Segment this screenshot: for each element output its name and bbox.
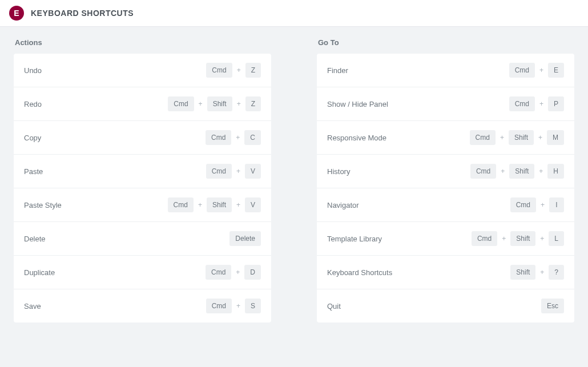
shortcut-label: History — [327, 167, 350, 176]
actions-section-title: Actions — [14, 38, 271, 47]
key-badge: S — [245, 299, 261, 313]
key-badge: E — [548, 63, 564, 78]
shortcut-label: Redo — [24, 100, 42, 108]
shortcut-keys: Cmd+D — [206, 265, 261, 280]
key-separator: + — [236, 167, 240, 175]
shortcut-row: DuplicateCmd+D — [14, 256, 271, 289]
key-badge: Cmd — [168, 96, 194, 111]
logo-letter: E — [14, 9, 19, 18]
shortcut-label: Paste Style — [24, 201, 62, 209]
shortcut-row: Template LibraryCmd+Shift+L — [317, 222, 574, 256]
shortcut-keys: Cmd+I — [510, 197, 564, 212]
key-badge: M — [547, 130, 564, 145]
shortcut-row: SaveCmd+S — [14, 289, 271, 322]
shortcut-row: CopyCmd+C — [14, 121, 271, 155]
shortcut-row: Show / Hide PanelCmd+P — [317, 87, 574, 121]
key-badge: Shift — [510, 231, 535, 246]
shortcut-row: RedoCmd+Shift+Z — [14, 87, 271, 121]
shortcut-keys: Cmd+Shift+H — [470, 164, 564, 179]
shortcut-label: Finder — [327, 66, 348, 75]
shortcut-keys: Cmd+C — [206, 130, 261, 145]
shortcut-row: NavigatorCmd+I — [317, 188, 574, 222]
shortcut-keys: Cmd+Shift+L — [472, 231, 564, 246]
key-badge: P — [548, 96, 564, 111]
key-badge: C — [244, 130, 261, 145]
key-badge: V — [245, 197, 261, 212]
key-badge: Cmd — [470, 130, 496, 145]
key-badge: Shift — [510, 265, 535, 280]
actions-panel: UndoCmd+ZRedoCmd+Shift+ZCopyCmd+CPasteCm… — [14, 54, 271, 322]
goto-section-title: Go To — [317, 38, 574, 47]
shortcut-keys: Delete — [229, 231, 261, 246]
shortcut-keys: Cmd+S — [206, 299, 261, 313]
shortcut-label: Duplicate — [24, 268, 55, 277]
key-separator: + — [237, 100, 241, 108]
shortcut-row: Responsive ModeCmd+Shift+M — [317, 121, 574, 155]
actions-column: Actions UndoCmd+ZRedoCmd+Shift+ZCopyCmd+… — [14, 38, 294, 322]
shortcut-label: Quit — [327, 302, 341, 310]
key-separator: + — [539, 66, 543, 74]
shortcut-keys: Cmd+Shift+V — [168, 197, 261, 212]
key-badge: Cmd — [470, 164, 496, 179]
shortcut-label: Copy — [24, 134, 41, 142]
shortcut-label: Paste — [24, 167, 43, 176]
shortcut-row: PasteCmd+V — [14, 155, 271, 188]
key-separator: + — [502, 235, 506, 243]
shortcut-keys: Cmd+V — [206, 164, 261, 179]
shortcut-label: Navigator — [327, 201, 359, 209]
shortcut-keys: Cmd+Shift+Z — [168, 96, 261, 111]
key-badge: Cmd — [510, 197, 536, 212]
shortcut-row: HistoryCmd+Shift+H — [317, 155, 574, 188]
key-badge: Cmd — [206, 164, 232, 179]
key-badge: Shift — [207, 96, 232, 111]
key-separator: + — [539, 167, 543, 175]
key-badge: H — [547, 164, 564, 179]
shortcut-label: Keyboard Shortcuts — [327, 268, 392, 277]
shortcut-row: QuitEsc — [317, 289, 574, 322]
key-badge: Cmd — [206, 265, 231, 280]
goto-panel: FinderCmd+EShow / Hide PanelCmd+PRespons… — [317, 54, 574, 322]
key-badge: Cmd — [206, 63, 232, 78]
key-separator: + — [199, 100, 203, 108]
shortcut-keys: Esc — [541, 299, 564, 313]
key-separator: + — [236, 201, 240, 209]
key-badge: I — [549, 197, 564, 212]
key-badge: Esc — [541, 299, 564, 313]
shortcut-label: Template Library — [327, 235, 382, 243]
key-separator: + — [198, 201, 202, 209]
key-separator: + — [538, 134, 542, 142]
key-separator: + — [236, 302, 240, 310]
shortcuts-content: Actions UndoCmd+ZRedoCmd+Shift+ZCopyCmd+… — [0, 27, 588, 336]
shortcut-label: Show / Hide Panel — [327, 100, 388, 108]
dialog-header: E KEYBOARD SHORTCUTS — [0, 0, 588, 27]
key-badge: D — [244, 265, 261, 280]
key-badge: Cmd — [509, 63, 535, 78]
key-badge: Shift — [509, 164, 534, 179]
key-badge: Z — [245, 63, 261, 78]
shortcut-label: Save — [24, 302, 41, 310]
key-badge: Shift — [207, 197, 232, 212]
key-badge: V — [245, 164, 261, 179]
key-separator: + — [236, 268, 240, 276]
key-badge: Cmd — [206, 299, 232, 313]
key-separator: + — [540, 268, 544, 276]
key-separator: + — [500, 134, 504, 142]
key-separator: + — [539, 100, 543, 108]
shortcut-row: DeleteDelete — [14, 222, 271, 256]
shortcut-row: FinderCmd+E — [317, 54, 574, 87]
key-separator: + — [501, 167, 505, 175]
goto-column: Go To FinderCmd+EShow / Hide PanelCmd+PR… — [294, 38, 574, 322]
shortcut-row: Paste StyleCmd+Shift+V — [14, 188, 271, 222]
key-separator: + — [237, 66, 241, 74]
dialog-title: KEYBOARD SHORTCUTS — [31, 9, 134, 18]
key-badge: L — [549, 231, 564, 246]
key-badge: Cmd — [168, 197, 194, 212]
shortcut-keys: Cmd+Z — [206, 63, 261, 78]
key-separator: + — [540, 235, 544, 243]
key-badge: Shift — [509, 130, 534, 145]
key-badge: ? — [549, 265, 564, 280]
key-badge: Z — [245, 96, 261, 111]
app-logo-icon: E — [9, 6, 24, 21]
shortcut-keys: Shift+? — [510, 265, 564, 280]
key-badge: Cmd — [472, 231, 497, 246]
